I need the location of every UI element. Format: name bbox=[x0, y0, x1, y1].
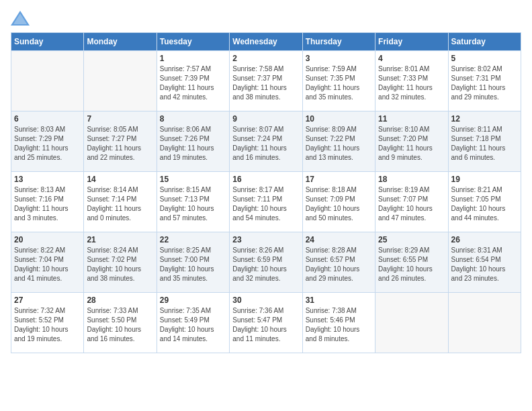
day-number: 23 bbox=[232, 235, 299, 244]
weekday-header: Monday bbox=[84, 33, 157, 51]
day-number: 8 bbox=[160, 114, 226, 124]
day-info: Sunrise: 8:10 AM Sunset: 7:20 PM Dayligh… bbox=[378, 125, 445, 163]
calendar-table: SundayMondayTuesdayWednesdayThursdayFrid… bbox=[11, 32, 521, 353]
calendar-cell: 8Sunrise: 8:06 AM Sunset: 7:26 PM Daylig… bbox=[157, 111, 229, 172]
day-info: Sunrise: 7:32 AM Sunset: 5:52 PM Dayligh… bbox=[14, 306, 81, 344]
calendar-cell bbox=[11, 51, 84, 111]
calendar-cell: 18Sunrise: 8:19 AM Sunset: 7:07 PM Dayli… bbox=[375, 172, 448, 232]
day-number: 17 bbox=[306, 175, 372, 184]
calendar-cell: 31Sunrise: 7:38 AM Sunset: 5:46 PM Dayli… bbox=[302, 293, 375, 353]
day-info: Sunrise: 8:01 AM Sunset: 7:33 PM Dayligh… bbox=[378, 64, 445, 102]
day-number: 27 bbox=[14, 295, 81, 305]
weekday-header: Tuesday bbox=[157, 33, 229, 51]
calendar-cell: 28Sunrise: 7:33 AM Sunset: 5:50 PM Dayli… bbox=[84, 293, 157, 353]
day-number: 30 bbox=[232, 295, 299, 305]
calendar-cell: 7Sunrise: 8:05 AM Sunset: 7:27 PM Daylig… bbox=[84, 111, 157, 172]
calendar-cell bbox=[448, 293, 521, 353]
calendar-cell: 2Sunrise: 7:58 AM Sunset: 7:37 PM Daylig… bbox=[230, 51, 302, 111]
day-info: Sunrise: 8:14 AM Sunset: 7:14 PM Dayligh… bbox=[87, 185, 153, 223]
weekday-header: Sunday bbox=[11, 33, 84, 51]
calendar-cell: 11Sunrise: 8:10 AM Sunset: 7:20 PM Dayli… bbox=[375, 111, 448, 172]
weekday-header: Saturday bbox=[448, 33, 521, 51]
day-info: Sunrise: 8:18 AM Sunset: 7:09 PM Dayligh… bbox=[306, 185, 372, 223]
day-number: 11 bbox=[378, 114, 445, 124]
day-info: Sunrise: 8:13 AM Sunset: 7:16 PM Dayligh… bbox=[14, 185, 81, 223]
day-info: Sunrise: 8:26 AM Sunset: 6:59 PM Dayligh… bbox=[232, 246, 299, 283]
calendar-cell: 14Sunrise: 8:14 AM Sunset: 7:14 PM Dayli… bbox=[84, 172, 157, 232]
calendar-cell: 4Sunrise: 8:01 AM Sunset: 7:33 PM Daylig… bbox=[375, 51, 448, 111]
calendar-cell: 1Sunrise: 7:57 AM Sunset: 7:39 PM Daylig… bbox=[157, 51, 229, 111]
day-info: Sunrise: 7:36 AM Sunset: 5:47 PM Dayligh… bbox=[232, 306, 299, 344]
calendar-cell: 5Sunrise: 8:02 AM Sunset: 7:31 PM Daylig… bbox=[448, 51, 521, 111]
calendar-cell bbox=[84, 51, 157, 111]
day-info: Sunrise: 8:19 AM Sunset: 7:07 PM Dayligh… bbox=[378, 185, 445, 223]
day-info: Sunrise: 8:25 AM Sunset: 7:00 PM Dayligh… bbox=[160, 246, 226, 283]
day-number: 4 bbox=[378, 54, 445, 63]
day-number: 22 bbox=[160, 235, 226, 244]
calendar-cell: 26Sunrise: 8:31 AM Sunset: 6:54 PM Dayli… bbox=[448, 232, 521, 293]
day-number: 19 bbox=[451, 175, 518, 184]
weekday-header: Thursday bbox=[302, 33, 375, 51]
calendar-cell: 6Sunrise: 8:03 AM Sunset: 7:29 PM Daylig… bbox=[11, 111, 84, 172]
day-info: Sunrise: 8:03 AM Sunset: 7:29 PM Dayligh… bbox=[14, 125, 81, 163]
day-number: 21 bbox=[87, 235, 153, 244]
calendar-cell: 24Sunrise: 8:28 AM Sunset: 6:57 PM Dayli… bbox=[302, 232, 375, 293]
day-info: Sunrise: 8:24 AM Sunset: 7:02 PM Dayligh… bbox=[87, 246, 153, 283]
calendar-cell: 12Sunrise: 8:11 AM Sunset: 7:18 PM Dayli… bbox=[448, 111, 521, 172]
day-info: Sunrise: 8:05 AM Sunset: 7:27 PM Dayligh… bbox=[87, 125, 153, 163]
calendar-cell: 30Sunrise: 7:36 AM Sunset: 5:47 PM Dayli… bbox=[230, 293, 302, 353]
day-number: 1 bbox=[160, 54, 226, 63]
day-number: 9 bbox=[232, 114, 299, 124]
day-info: Sunrise: 8:31 AM Sunset: 6:54 PM Dayligh… bbox=[451, 246, 518, 283]
day-number: 2 bbox=[232, 54, 299, 63]
day-info: Sunrise: 7:57 AM Sunset: 7:39 PM Dayligh… bbox=[160, 64, 226, 102]
weekday-header: Wednesday bbox=[230, 33, 302, 51]
calendar-cell: 3Sunrise: 7:59 AM Sunset: 7:35 PM Daylig… bbox=[302, 51, 375, 111]
day-number: 29 bbox=[160, 295, 226, 305]
logo bbox=[11, 11, 32, 26]
day-info: Sunrise: 8:07 AM Sunset: 7:24 PM Dayligh… bbox=[232, 125, 299, 163]
calendar-cell: 22Sunrise: 8:25 AM Sunset: 7:00 PM Dayli… bbox=[157, 232, 229, 293]
weekday-header: Friday bbox=[375, 33, 448, 51]
day-info: Sunrise: 7:33 AM Sunset: 5:50 PM Dayligh… bbox=[87, 306, 153, 344]
day-number: 31 bbox=[306, 295, 372, 305]
day-info: Sunrise: 8:28 AM Sunset: 6:57 PM Dayligh… bbox=[306, 246, 372, 283]
day-info: Sunrise: 7:38 AM Sunset: 5:46 PM Dayligh… bbox=[306, 306, 372, 344]
calendar-cell: 20Sunrise: 8:22 AM Sunset: 7:04 PM Dayli… bbox=[11, 232, 84, 293]
day-number: 15 bbox=[160, 175, 226, 184]
day-info: Sunrise: 8:09 AM Sunset: 7:22 PM Dayligh… bbox=[306, 125, 372, 163]
day-number: 3 bbox=[306, 54, 372, 63]
day-number: 16 bbox=[232, 175, 299, 184]
calendar-cell: 19Sunrise: 8:21 AM Sunset: 7:05 PM Dayli… bbox=[448, 172, 521, 232]
day-info: Sunrise: 8:06 AM Sunset: 7:26 PM Dayligh… bbox=[160, 125, 226, 163]
day-info: Sunrise: 8:29 AM Sunset: 6:55 PM Dayligh… bbox=[378, 246, 445, 283]
calendar-cell bbox=[375, 293, 448, 353]
day-number: 24 bbox=[306, 235, 372, 244]
day-info: Sunrise: 8:15 AM Sunset: 7:13 PM Dayligh… bbox=[160, 185, 226, 223]
calendar-cell: 10Sunrise: 8:09 AM Sunset: 7:22 PM Dayli… bbox=[302, 111, 375, 172]
day-info: Sunrise: 7:59 AM Sunset: 7:35 PM Dayligh… bbox=[306, 64, 372, 102]
calendar-cell: 16Sunrise: 8:17 AM Sunset: 7:11 PM Dayli… bbox=[230, 172, 302, 232]
calendar-header: SundayMondayTuesdayWednesdayThursdayFrid… bbox=[11, 33, 521, 51]
day-number: 28 bbox=[87, 295, 153, 305]
calendar-cell: 25Sunrise: 8:29 AM Sunset: 6:55 PM Dayli… bbox=[375, 232, 448, 293]
calendar-cell: 17Sunrise: 8:18 AM Sunset: 7:09 PM Dayli… bbox=[302, 172, 375, 232]
day-info: Sunrise: 8:22 AM Sunset: 7:04 PM Dayligh… bbox=[14, 246, 81, 283]
day-info: Sunrise: 8:11 AM Sunset: 7:18 PM Dayligh… bbox=[451, 125, 518, 163]
calendar-cell: 23Sunrise: 8:26 AM Sunset: 6:59 PM Dayli… bbox=[230, 232, 302, 293]
day-info: Sunrise: 8:21 AM Sunset: 7:05 PM Dayligh… bbox=[451, 185, 518, 223]
day-info: Sunrise: 8:02 AM Sunset: 7:31 PM Dayligh… bbox=[451, 64, 518, 102]
day-number: 6 bbox=[14, 114, 81, 124]
calendar-cell: 21Sunrise: 8:24 AM Sunset: 7:02 PM Dayli… bbox=[84, 232, 157, 293]
day-number: 26 bbox=[451, 235, 518, 244]
day-number: 13 bbox=[14, 175, 81, 184]
day-number: 20 bbox=[14, 235, 81, 244]
day-number: 14 bbox=[87, 175, 153, 184]
calendar-cell: 15Sunrise: 8:15 AM Sunset: 7:13 PM Dayli… bbox=[157, 172, 229, 232]
day-number: 5 bbox=[451, 54, 518, 63]
day-info: Sunrise: 8:17 AM Sunset: 7:11 PM Dayligh… bbox=[232, 185, 299, 223]
day-number: 10 bbox=[306, 114, 372, 124]
day-number: 12 bbox=[451, 114, 518, 124]
day-info: Sunrise: 7:58 AM Sunset: 7:37 PM Dayligh… bbox=[232, 64, 299, 102]
day-number: 18 bbox=[378, 175, 445, 184]
